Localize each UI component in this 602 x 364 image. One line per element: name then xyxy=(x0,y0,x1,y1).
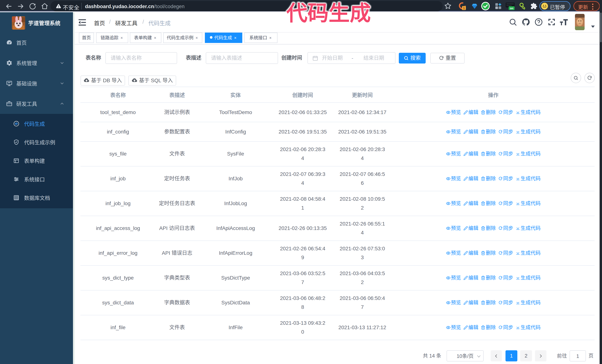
svg-text:1: 1 xyxy=(463,6,465,10)
svg-text:on: on xyxy=(510,7,513,10)
